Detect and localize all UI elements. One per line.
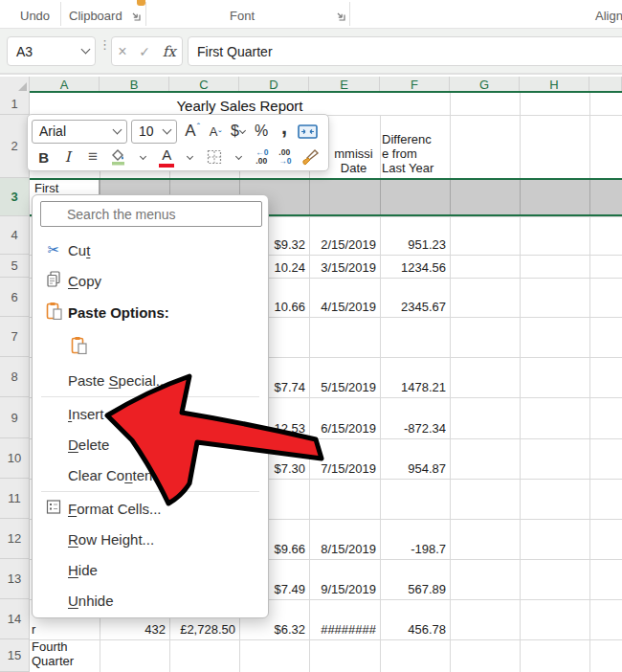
row-header-10[interactable]: 10 [0, 438, 30, 479]
font-color-icon[interactable]: A [156, 146, 178, 168]
cell-F10[interactable]: 954.87 [382, 438, 446, 479]
menu-item-delete[interactable]: Delete [33, 429, 268, 459]
ribbon-separator [349, 2, 350, 26]
decrease-decimal-icon[interactable]: .00→0 [275, 146, 296, 168]
font-name-combo[interactable]: Arial [32, 120, 127, 144]
cell-F4[interactable]: 951.23 [382, 216, 446, 255]
cell-E10[interactable]: 7/15/2019 [311, 438, 376, 479]
cell-E5[interactable]: 3/15/2019 [311, 255, 376, 278]
menu-item-label: Clear Contents [68, 467, 164, 483]
row-header-12[interactable]: 12 [0, 519, 30, 559]
font-dialog-launcher-icon[interactable] [335, 11, 347, 23]
menu-item-hide[interactable]: Hide [33, 554, 268, 585]
cell-F14[interactable]: 456.78 [382, 599, 446, 639]
formula-input[interactable]: First Quarter [188, 36, 622, 66]
row-header-15[interactable]: 15 [0, 639, 30, 672]
menu-item-paste-options[interactable]: Paste Options: [33, 296, 268, 328]
cell-F8[interactable]: 1478.21 [382, 357, 446, 397]
font-size-combo[interactable]: 10 [131, 120, 177, 144]
row-header-11[interactable]: 11 [0, 479, 30, 519]
clipboard-dialog-launcher-icon[interactable] [130, 11, 143, 23]
menu-item-label: Row Height... [68, 531, 154, 548]
menu-item-label: Delete [68, 437, 109, 453]
paste-option-keep-source[interactable] [33, 328, 268, 365]
bold-button[interactable]: B [33, 146, 55, 168]
menu-item-cut[interactable]: ✂Cut [33, 235, 268, 265]
borders-dropdown[interactable] [229, 146, 250, 168]
cell-A15[interactable]: FourthQuarter [32, 639, 96, 672]
menu-item-unhide[interactable]: Unhide [33, 585, 268, 616]
align-center-icon[interactable]: ≡ [80, 146, 104, 168]
row-header-1[interactable]: 1 [0, 93, 30, 115]
formula-bar-handle-icon[interactable]: ⋮ [99, 42, 111, 48]
menu-separator [41, 396, 259, 397]
row-header-3[interactable]: 3 [0, 178, 30, 216]
cell-E13[interactable]: 9/15/2019 [311, 559, 376, 599]
row-header-13[interactable]: 13 [0, 559, 30, 599]
ribbon-group-undo: Undo [20, 9, 50, 23]
gridline [589, 180, 590, 214]
row-header-6[interactable]: 6 [0, 278, 30, 317]
ribbon-group-font: Font [230, 9, 255, 23]
cell-E14[interactable]: ######## [311, 599, 376, 639]
cancel-icon[interactable]: × [118, 43, 126, 60]
cell-E2[interactable]: mmissiDate [331, 115, 376, 178]
cell-title-A1[interactable]: Yearly Sales Report [30, 93, 450, 115]
gridline [30, 639, 622, 640]
gridline [520, 180, 521, 214]
row-header-5[interactable]: 5 [0, 255, 30, 278]
ribbon-separator [145, 2, 146, 26]
font-color-dropdown[interactable] [180, 146, 201, 168]
gridline [309, 180, 310, 214]
shrink-font-button[interactable]: Aˇ [205, 120, 226, 143]
cell-E12[interactable]: 8/15/2019 [311, 519, 376, 559]
formula-bar: A3 ⋮ × ✓ fx First Quarter [0, 29, 622, 75]
fill-color-icon[interactable] [107, 146, 131, 168]
merge-center-icon[interactable] [297, 120, 318, 143]
format-painter-icon[interactable] [298, 146, 323, 168]
cell-F2[interactable]: Difference fromLast Year [382, 115, 446, 178]
mini-toolbar: Arial 10 Aˆ Aˇ $ % , B I ≡ A [27, 114, 329, 171]
cell-E4[interactable]: 2/15/2019 [311, 216, 376, 255]
enter-icon[interactable]: ✓ [139, 44, 150, 59]
menu-search-input[interactable] [40, 201, 262, 227]
menu-item-label: Hide [68, 562, 98, 578]
comma-style-button[interactable]: , [274, 120, 295, 143]
menu-item-format-cells[interactable]: Format Cells... [33, 493, 268, 524]
name-box[interactable]: A3 [7, 36, 96, 66]
chevron-down-icon[interactable] [81, 45, 91, 55]
ribbon-group-strip: Undo Clipboard Font Alignme [0, 0, 622, 29]
accounting-format-button[interactable]: $ [228, 120, 249, 143]
chevron-down-icon [113, 124, 122, 134]
menu-item-label: Insert [68, 406, 104, 422]
row-header-2[interactable]: 2 [0, 115, 30, 178]
menu-item-clear-contents[interactable]: Clear Contents [33, 459, 268, 490]
cell-F5[interactable]: 1234.56 [382, 255, 446, 278]
grow-font-button[interactable]: Aˆ [182, 120, 203, 143]
row-header-7[interactable]: 7 [0, 317, 30, 357]
fill-color-dropdown[interactable] [133, 146, 154, 168]
cell-F9[interactable]: -872.34 [382, 397, 446, 438]
select-all-corner[interactable] [0, 77, 30, 93]
row-header-8[interactable]: 8 [0, 357, 30, 397]
italic-button[interactable]: I [56, 146, 78, 168]
cell-F6[interactable]: 2345.67 [382, 278, 446, 317]
menu-item-row-height[interactable]: Row Height... [33, 524, 268, 554]
insert-function-icon[interactable]: fx [163, 43, 176, 60]
cell-F13[interactable]: 567.89 [382, 559, 446, 599]
row-header-14[interactable]: 14 [0, 599, 30, 639]
cell-F12[interactable]: -198.7 [382, 519, 446, 559]
percent-style-button[interactable]: % [251, 120, 272, 143]
increase-decimal-icon[interactable]: ←0.00 [252, 146, 273, 168]
menu-item-copy[interactable]: Copy [33, 265, 268, 296]
cell-E8[interactable]: 5/15/2019 [311, 357, 376, 397]
row-header-4[interactable]: 4 [0, 216, 30, 255]
menu-separator [41, 491, 259, 492]
borders-icon[interactable] [203, 146, 227, 168]
row-header-9[interactable]: 9 [0, 397, 30, 438]
menu-item-paste-special[interactable]: Paste Special... [33, 365, 268, 395]
menu-item-label: Paste Special... [68, 372, 167, 389]
menu-item-insert[interactable]: Insert [33, 398, 268, 429]
cell-E9[interactable]: 6/15/2019 [311, 397, 376, 438]
cell-E6[interactable]: 4/15/2019 [311, 278, 376, 317]
